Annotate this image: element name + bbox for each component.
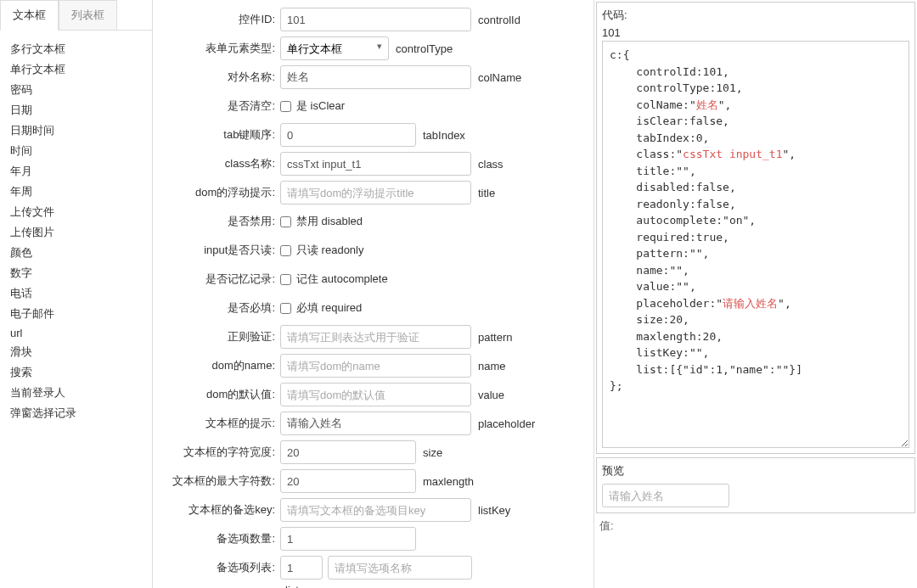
nav-item[interactable]: 时间 xyxy=(10,141,152,161)
tab-listbox[interactable]: 列表框 xyxy=(59,0,117,30)
nav-item[interactable]: 数字 xyxy=(10,263,152,283)
nav-item[interactable]: 日期时间 xyxy=(10,120,152,141)
label-title: dom的浮动提示: xyxy=(161,185,280,200)
suffix-placeholder: placeholder xyxy=(478,417,535,430)
suffix-controltype: controlType xyxy=(396,42,453,55)
preview-title: 预览 xyxy=(602,463,909,479)
sidebar-nav: 多行文本框 单行文本框 密码 日期 日期时间 时间 年月 年周 上传文件 上传图… xyxy=(0,31,152,432)
readonly-text: 只读 readonly xyxy=(296,243,363,258)
tabindex-input[interactable] xyxy=(280,123,416,147)
label-placeholder: 文本框的提示: xyxy=(161,416,280,431)
label-tabindex: tab键顺序: xyxy=(161,127,280,143)
suffix-name: name xyxy=(478,360,506,372)
size-input[interactable] xyxy=(280,440,416,464)
code-area[interactable]: c:{ controlId:101, controlType:101, colN… xyxy=(602,41,909,448)
label-controltype: 表单元素类型: xyxy=(161,41,280,56)
nav-item[interactable]: 电话 xyxy=(10,283,152,304)
label-autocomplete: 是否记忆记录: xyxy=(161,272,280,287)
preview-section: 预览 xyxy=(596,457,915,513)
label-size: 文本框的字符宽度: xyxy=(161,445,280,460)
disabled-checkbox[interactable] xyxy=(280,216,291,227)
required-text: 必填 required xyxy=(296,300,362,316)
nav-item[interactable]: 颜色 xyxy=(10,243,152,263)
form-panel: 控件ID: controlId 表单元素类型: 单行文本框 controlTyp… xyxy=(153,0,594,588)
code-title: 代码: xyxy=(602,8,909,23)
class-input[interactable] xyxy=(280,152,471,176)
right-panel: 代码: 101 c:{ controlId:101, controlType:1… xyxy=(594,0,917,588)
placeholder-input[interactable] xyxy=(280,412,471,435)
autocomplete-text: 记住 autocomplete xyxy=(296,272,388,287)
label-required: 是否必填: xyxy=(161,300,280,316)
label-pattern: 正则验证: xyxy=(161,329,280,344)
suffix-size: size xyxy=(423,446,442,459)
suffix-value: value xyxy=(478,389,504,401)
label-isclear: 是否清空: xyxy=(161,98,280,114)
suffix-maxlength: maxlength xyxy=(423,475,474,488)
label-optcount: 备选项数量: xyxy=(161,531,280,546)
listkey-input[interactable] xyxy=(280,498,471,522)
nav-item[interactable]: 日期 xyxy=(10,100,152,120)
isclear-checkbox[interactable] xyxy=(280,101,291,112)
nav-item[interactable]: 搜索 xyxy=(10,362,152,383)
code-section: 代码: 101 c:{ controlId:101, controlType:1… xyxy=(596,2,915,454)
nav-item[interactable]: 年月 xyxy=(10,161,152,182)
isclear-text: 是 isClear xyxy=(296,98,345,114)
nav-item[interactable]: 上传图片 xyxy=(10,222,152,243)
nav-item[interactable]: 单行文本框 xyxy=(10,59,152,80)
nav-item[interactable]: 年周 xyxy=(10,182,152,202)
name-input[interactable] xyxy=(280,354,471,378)
suffix-class: class xyxy=(478,158,504,171)
nav-item[interactable]: 上传文件 xyxy=(10,202,152,222)
value-label: 值: xyxy=(594,515,917,537)
nav-item[interactable]: 密码 xyxy=(10,80,152,100)
nav-item[interactable]: 多行文本框 xyxy=(10,39,152,59)
nav-item[interactable]: url xyxy=(10,324,152,342)
optlist-index-input[interactable] xyxy=(280,556,323,580)
label-value: dom的默认值: xyxy=(161,387,280,402)
required-checkbox[interactable] xyxy=(280,303,291,314)
suffix-controlid: controlId xyxy=(478,14,520,26)
label-colname: 对外名称: xyxy=(161,70,280,85)
label-class: class名称: xyxy=(161,156,280,171)
label-controlid: 控件ID: xyxy=(161,12,280,27)
label-disabled: 是否禁用: xyxy=(161,214,280,229)
nav-item[interactable]: 滑块 xyxy=(10,342,152,362)
controlid-input[interactable] xyxy=(280,8,471,31)
label-optlist: 备选项列表: xyxy=(161,560,280,575)
maxlength-input[interactable] xyxy=(280,469,416,493)
preview-input[interactable] xyxy=(602,484,729,507)
nav-item[interactable]: 当前登录人 xyxy=(10,383,152,403)
pattern-input[interactable] xyxy=(280,325,471,349)
nav-item[interactable]: 电子邮件 xyxy=(10,304,152,324)
controltype-select[interactable]: 单行文本框 xyxy=(280,36,389,60)
colname-input[interactable] xyxy=(280,65,471,89)
optcount-input[interactable] xyxy=(280,527,416,551)
readonly-checkbox[interactable] xyxy=(280,245,291,256)
suffix-optlist: list xyxy=(285,584,585,588)
label-readonly: input是否只读: xyxy=(161,243,280,258)
left-sidebar: 文本框 列表框 多行文本框 单行文本框 密码 日期 日期时间 时间 年月 年周 … xyxy=(0,0,153,588)
label-name: dom的name: xyxy=(161,358,280,373)
title-input[interactable] xyxy=(280,181,471,204)
suffix-tabindex: tabIndex xyxy=(423,129,465,142)
tab-textbox[interactable]: 文本框 xyxy=(0,0,59,31)
suffix-pattern: pattern xyxy=(478,331,512,344)
nav-item[interactable]: 弹窗选择记录 xyxy=(10,403,152,423)
sidebar-tabs: 文本框 列表框 xyxy=(0,0,152,31)
suffix-listkey: listKey xyxy=(478,504,510,517)
label-maxlength: 文本框的最大字符数: xyxy=(161,473,280,489)
code-id: 101 xyxy=(602,26,909,39)
label-listkey: 文本框的备选key: xyxy=(161,502,280,518)
autocomplete-checkbox[interactable] xyxy=(280,274,291,285)
optlist-name-input[interactable] xyxy=(328,556,472,580)
suffix-title: title xyxy=(478,187,495,199)
suffix-colname: colName xyxy=(478,71,521,84)
disabled-text: 禁用 disabled xyxy=(296,214,363,229)
value-input[interactable] xyxy=(280,383,471,406)
